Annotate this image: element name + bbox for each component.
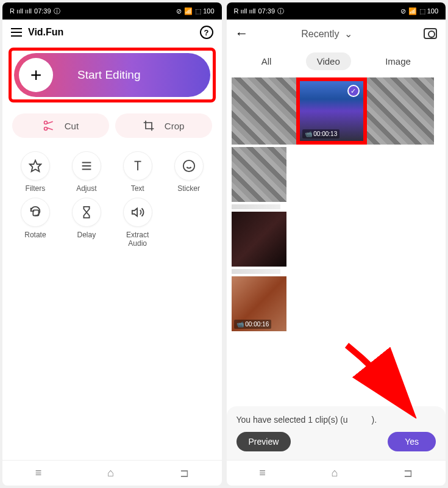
status-bar: R ııll ııll 07:39 ⓘ ⊘📶⬚ 100 [227, 2, 446, 20]
text-icon [131, 159, 144, 173]
crop-button[interactable]: Crop [115, 113, 212, 138]
check-badge-icon: ✓ [347, 85, 360, 97]
scissors-icon [43, 120, 55, 132]
hamburger-menu-icon[interactable] [11, 28, 22, 37]
date-group-label [232, 269, 280, 274]
sticker-tool[interactable]: Sticker [166, 151, 212, 193]
status-bar: R ııll ııll 07:39 ⓘ ⊘📶⬚ 100 [2, 2, 222, 20]
cut-label: Cut [65, 121, 79, 131]
cut-button[interactable]: Cut [12, 113, 109, 138]
delay-label: Delay [77, 231, 96, 239]
video-duration: 📹 00:00:16 [234, 320, 272, 329]
nav-bar: ≡ ⌂ ⊐ [227, 460, 446, 486]
nav-home-icon[interactable]: ⌂ [107, 467, 114, 479]
gallery-header: ← Recently ⌄ [227, 20, 446, 48]
tab-all[interactable]: All [251, 52, 283, 70]
extract-audio-label: Extract Audio [126, 231, 149, 248]
signal-text: R ııll ııll [10, 7, 32, 15]
gallery-grid: ✓ 📹 00:00:13 📹 00:00:16 [227, 75, 446, 406]
start-editing-label: Start Editing [77, 68, 141, 82]
video-thumbnail[interactable] [232, 147, 286, 202]
delay-tool[interactable]: Delay [63, 198, 110, 248]
video-thumbnail[interactable] [232, 77, 296, 145]
nav-bar: ≡ ⌂ ⊐ [2, 460, 222, 486]
adjust-label: Adjust [76, 184, 96, 193]
crop-icon [143, 120, 155, 132]
plus-icon: + [19, 58, 53, 92]
start-editing-highlight: + Start Editing [9, 48, 216, 102]
rotate-label: Rotate [24, 231, 46, 239]
video-duration: 📹 00:00:13 [302, 129, 340, 138]
filters-label: Filters [26, 184, 46, 193]
filters-tool[interactable]: Filters [12, 151, 59, 193]
video-thumbnail[interactable] [367, 77, 434, 145]
left-phone-screen: R ııll ııll 07:39 ⓘ ⊘📶⬚ 100 Vid.Fun ? + … [2, 2, 222, 486]
sliders-icon [80, 159, 93, 173]
quick-tools-row: Cut Crop [2, 105, 222, 144]
rotate-icon [29, 206, 42, 219]
svg-point-0 [183, 160, 194, 171]
audio-icon [131, 206, 144, 219]
nav-recent-icon[interactable]: ≡ [259, 467, 266, 479]
text-label: Text [131, 184, 144, 193]
gallery-folder-dropdown[interactable]: Recently ⌄ [236, 28, 418, 40]
sticker-label: Sticker [177, 184, 200, 193]
camera-icon[interactable] [424, 28, 437, 39]
selection-text: You have selected 1 clip(s) (u ). [236, 415, 436, 425]
start-editing-button[interactable]: + Start Editing [14, 53, 210, 97]
adjust-tool[interactable]: Adjust [63, 151, 110, 193]
preview-button[interactable]: Preview [236, 432, 291, 451]
tool-grid: Filters Adjust Text Sticker Rotate Delay… [2, 144, 222, 255]
rotate-tool[interactable]: Rotate [12, 198, 59, 248]
video-thumbnail[interactable] [232, 212, 286, 267]
media-tabs: All Video Image [227, 48, 446, 75]
text-tool[interactable]: Text [115, 151, 161, 193]
nav-home-icon[interactable]: ⌂ [332, 467, 338, 479]
nav-back-icon[interactable]: ⊐ [404, 467, 413, 480]
right-phone-screen: R ııll ııll 07:39 ⓘ ⊘📶⬚ 100 ← Recently ⌄… [227, 2, 446, 486]
yes-button[interactable]: Yes [388, 432, 436, 451]
date-group-label [232, 204, 280, 209]
star-icon [29, 159, 42, 173]
video-thumbnail[interactable]: 📹 00:00:16 [232, 276, 286, 331]
tab-video[interactable]: Video [306, 52, 351, 70]
app-header: Vid.Fun ? [2, 20, 222, 45]
tab-image[interactable]: Image [374, 52, 422, 70]
nav-recent-icon[interactable]: ≡ [35, 467, 42, 479]
video-thumbnail-selected[interactable]: ✓ 📹 00:00:13 [296, 77, 367, 145]
smile-icon [182, 159, 196, 173]
nav-back-icon[interactable]: ⊐ [180, 467, 189, 480]
crop-label: Crop [165, 121, 185, 131]
hourglass-icon [80, 206, 93, 219]
extract-audio-tool[interactable]: Extract Audio [115, 198, 161, 248]
chevron-down-icon: ⌄ [344, 29, 352, 39]
selection-sheet: You have selected 1 clip(s) (u ). Previe… [227, 406, 446, 460]
app-title: Vid.Fun [28, 27, 194, 38]
status-time: 07:39 [34, 7, 51, 15]
help-icon[interactable]: ? [200, 26, 213, 39]
